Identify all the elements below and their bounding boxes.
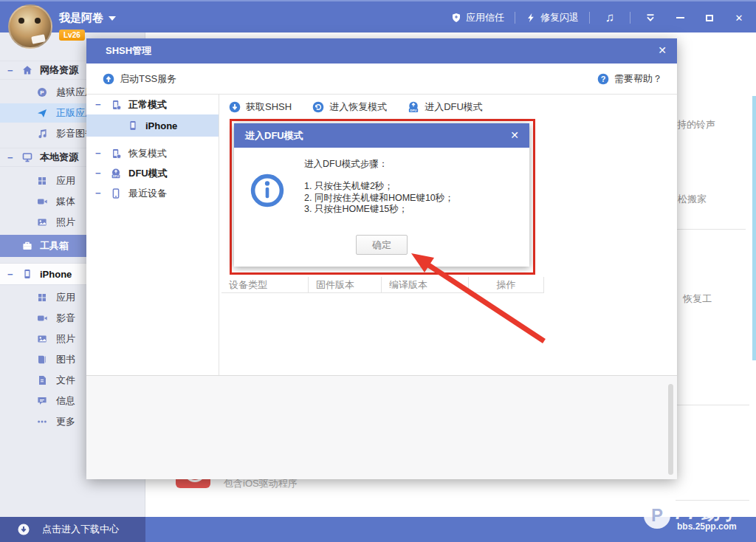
iphone-icon (22, 269, 32, 279)
modal-title: SHSH管理 (106, 44, 151, 58)
home-icon (22, 65, 32, 75)
tree-item-recent-devices[interactable]: − 最近设备 (86, 183, 219, 203)
divider (677, 229, 746, 230)
app-trust-button[interactable]: 应用信任 (451, 11, 504, 24)
tree-item-normal-mode[interactable]: − 正常模式 (86, 95, 219, 114)
column-header-device-type: 设备类型 (221, 277, 309, 293)
lightning-icon (526, 13, 536, 23)
collapse-minus-icon[interactable]: − (95, 168, 101, 179)
grid-icon (37, 176, 47, 186)
file-icon (37, 375, 47, 385)
collapse-minus-icon[interactable]: − (7, 65, 13, 76)
briefcase-icon (22, 241, 32, 251)
enter-recovery-mode-button[interactable]: 进入恢复模式 (312, 100, 387, 114)
username[interactable]: 我是阿卷 (59, 11, 116, 25)
dfu-badge-icon (408, 101, 419, 113)
collapse-minus-icon[interactable]: − (95, 148, 101, 159)
phone-check-icon (111, 100, 121, 110)
dialog-close-icon[interactable]: ✕ (510, 129, 519, 141)
photo-icon (37, 334, 47, 344)
info-icon (250, 174, 284, 207)
phone-recovery-icon (111, 148, 121, 159)
need-help-link[interactable]: 需要帮助？ (597, 72, 662, 86)
title-bar: 我是阿卷 应用信任 修复闪退 ♫ ✕ (0, 0, 756, 32)
chat-bubble-icon (37, 396, 47, 406)
collapse-minus-icon[interactable]: − (95, 99, 101, 110)
modal-footer (86, 375, 677, 479)
dfu-step: 2. 同时按住关机键和HOME键10秒； (304, 193, 454, 205)
book-icon (37, 354, 47, 365)
modal-close-icon[interactable]: ✕ (658, 44, 667, 56)
question-circle-icon (597, 73, 609, 85)
modal-title-bar: SHSH管理 ✕ (86, 38, 677, 64)
maximize-icon (706, 15, 713, 21)
download-circle-icon (229, 101, 241, 113)
upload-circle-icon (103, 73, 114, 85)
dialog-heading: 进入DFU模式步骤： (304, 158, 388, 171)
maximize-button[interactable] (700, 8, 719, 27)
video-camera-icon (37, 196, 47, 207)
collapse-minus-icon[interactable]: − (95, 188, 101, 199)
start-tss-button[interactable]: 启动TSS服务 (103, 72, 176, 86)
divider (515, 12, 515, 24)
minimize-icon (676, 17, 684, 18)
video-camera-icon (37, 313, 47, 323)
scrollbar-thumb[interactable] (668, 384, 673, 475)
tree-item-recovery-mode[interactable]: − 恢复模式 (86, 143, 219, 163)
tree-item-dfu-mode[interactable]: − DFU模式 (86, 163, 219, 183)
grid-icon (37, 292, 47, 303)
collapse-minus-icon[interactable]: − (7, 152, 13, 163)
close-button[interactable]: ✕ (729, 8, 749, 27)
genuine-app-icon (37, 108, 47, 118)
collapse-minus-icon[interactable]: − (7, 269, 13, 280)
action-buttons-row: 获取SHSH 进入恢复模式 进入DFU模式 (229, 100, 483, 114)
minimize-button[interactable] (670, 8, 690, 27)
divider (589, 12, 590, 24)
dfu-step: 1. 只按住关机键2秒； (304, 181, 454, 193)
avatar[interactable] (8, 4, 52, 49)
tree-item-iphone-selected[interactable]: iPhone (86, 114, 219, 137)
dfu-badge-icon (111, 168, 121, 179)
enter-dfu-mode-button[interactable]: 进入DFU模式 (408, 100, 483, 114)
download-icon (18, 524, 30, 535)
dfu-steps-list: 1. 只按住关机键2秒； 2. 同时按住关机键和HOME键10秒； 3. 只按住… (304, 181, 454, 216)
collapse-toolbar-button[interactable] (641, 8, 660, 27)
bottom-bar: 点击进入下载中心 (0, 517, 756, 542)
level-badge: Lv26 (59, 30, 85, 41)
app-window: 持的铃声 松搬家 恢复工 包含iOS驱动程序 − 网络资源 越狱应用 正版应用 … (0, 0, 756, 542)
shield-icon (451, 13, 461, 23)
music-note-icon (37, 128, 47, 139)
ok-button[interactable]: 确定 (356, 235, 408, 255)
column-header-operation: 操作 (469, 277, 544, 293)
divider (630, 12, 630, 24)
dfu-step: 3. 只按住HOME键15秒； (304, 204, 454, 216)
background-text-move: 松搬家 (678, 193, 707, 206)
enter-dfu-dialog: 进入DFU模式 ✕ 进入DFU模式步骤： 1. 只按住关机键2秒； 2. 同时按… (234, 123, 529, 267)
column-header-firmware-version: 固件版本 (309, 277, 382, 293)
photo-icon (37, 217, 47, 227)
monitor-icon (22, 152, 32, 162)
dialog-title-bar: 进入DFU模式 ✕ (234, 123, 529, 148)
fix-crash-button[interactable]: 修复闪退 (526, 11, 579, 24)
modal-toolbar: 启动TSS服务 需要帮助？ (86, 64, 677, 95)
divider (673, 405, 749, 405)
phone-outline-icon (111, 188, 121, 199)
column-header-build-version: 编译版本 (382, 277, 469, 293)
chevron-down-icon (109, 16, 116, 21)
ringtone-music-button[interactable]: ♫ (600, 8, 619, 27)
divider (676, 500, 749, 501)
pp-circle-icon (37, 87, 47, 97)
device-table-header: 设备类型 固件版本 编译版本 操作 (221, 277, 544, 293)
chevron-collapse-icon (645, 13, 656, 23)
ellipsis-icon (37, 416, 47, 427)
background-text-restore: 恢复工 (683, 292, 712, 306)
get-shsh-button[interactable]: 获取SHSH (229, 100, 292, 114)
recovery-circle-icon (312, 101, 324, 113)
background-text-ringtone: 持的铃声 (677, 118, 715, 131)
download-center-button[interactable]: 点击进入下载中心 (0, 517, 145, 542)
iphone-icon (128, 120, 138, 131)
background-scroll-edge (752, 96, 756, 360)
dialog-title: 进入DFU模式 (245, 129, 303, 143)
device-mode-tree: − 正常模式 iPhone − 恢复模式 − DFU模式 − 最近设备 (86, 95, 219, 375)
